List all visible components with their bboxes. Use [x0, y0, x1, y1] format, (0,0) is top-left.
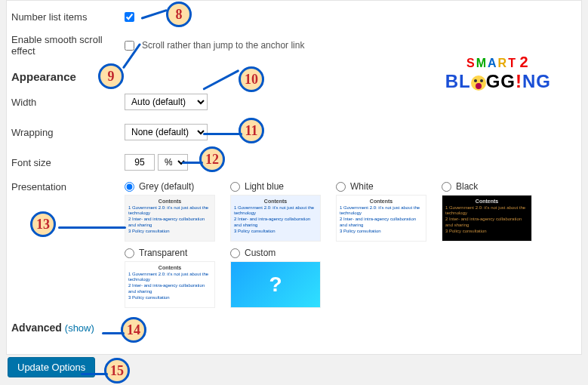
- callout-8: 8: [166, 2, 192, 27]
- callout-14: 14: [121, 317, 146, 343]
- callout-13: 13: [30, 211, 56, 237]
- preset-grey[interactable]: Grey (default) Contents 1 Government 2.0…: [125, 181, 223, 242]
- advanced-show-link[interactable]: (show): [65, 322, 94, 334]
- preset-lightblue-label: Light blue: [245, 181, 284, 192]
- presentation-label: Presentation: [11, 181, 125, 192]
- advanced-heading: Advanced: [11, 322, 62, 334]
- wrapping-select[interactable]: None (default): [125, 124, 208, 140]
- preset-transparent-label: Transparent: [139, 248, 187, 258]
- fontsize-label: Font size: [11, 157, 125, 168]
- preset-black-label: Black: [456, 181, 478, 192]
- preset-black-radio[interactable]: [442, 182, 451, 192]
- preset-transparent-preview: Contents 1 Government 2.0: it's not just…: [125, 261, 215, 308]
- callout-12: 12: [199, 146, 225, 172]
- preset-custom[interactable]: Custom ?: [230, 248, 328, 308]
- preset-black[interactable]: Black Contents 1 Government 2.0: it's no…: [442, 181, 540, 242]
- fontsize-input[interactable]: [125, 154, 155, 171]
- preset-custom-radio[interactable]: [230, 248, 240, 258]
- preset-transparent[interactable]: Transparent Contents 1 Government 2.0: i…: [125, 248, 223, 308]
- number-list-label: Number list items: [11, 11, 125, 23]
- preset-white-radio[interactable]: [336, 182, 346, 192]
- preset-lightblue[interactable]: Light blue Contents 1 Government 2.0: it…: [230, 181, 328, 242]
- width-select[interactable]: Auto (default): [125, 94, 208, 110]
- preset-white-label: White: [350, 181, 374, 192]
- brand-logo: SMART 2 BLGG!NG: [445, 54, 551, 92]
- preset-grey-radio[interactable]: [125, 182, 134, 192]
- width-label: Width: [11, 97, 125, 108]
- preset-grey-preview: Contents 1 Government 2.0: it's not just…: [125, 195, 215, 242]
- wrapping-label: Wrapping: [11, 127, 125, 138]
- callout-10: 10: [239, 66, 264, 92]
- preset-lightblue-preview: Contents 1 Government 2.0: it's not just…: [230, 195, 321, 242]
- smooth-scroll-hint: Scroll rather than jump to the anchor li…: [142, 40, 304, 51]
- preset-white[interactable]: White Contents 1 Government 2.0: it's no…: [336, 181, 434, 242]
- preset-custom-label: Custom: [245, 248, 276, 258]
- preset-grey-label: Grey (default): [139, 181, 194, 192]
- smooth-scroll-checkbox[interactable]: [125, 41, 134, 51]
- preset-black-preview: Contents 1 Government 2.0: it's not just…: [442, 195, 532, 242]
- smooth-scroll-label: Enable smooth scroll effect: [11, 34, 125, 57]
- callout-15: 15: [104, 358, 130, 383]
- preset-white-preview: Contents 1 Government 2.0: it's not just…: [336, 195, 426, 242]
- callout-11: 11: [239, 118, 264, 143]
- preset-lightblue-radio[interactable]: [230, 182, 240, 192]
- number-list-checkbox[interactable]: [125, 12, 134, 22]
- preset-custom-preview: ?: [230, 261, 321, 308]
- preset-transparent-radio[interactable]: [125, 248, 134, 258]
- callout-9: 9: [98, 63, 124, 89]
